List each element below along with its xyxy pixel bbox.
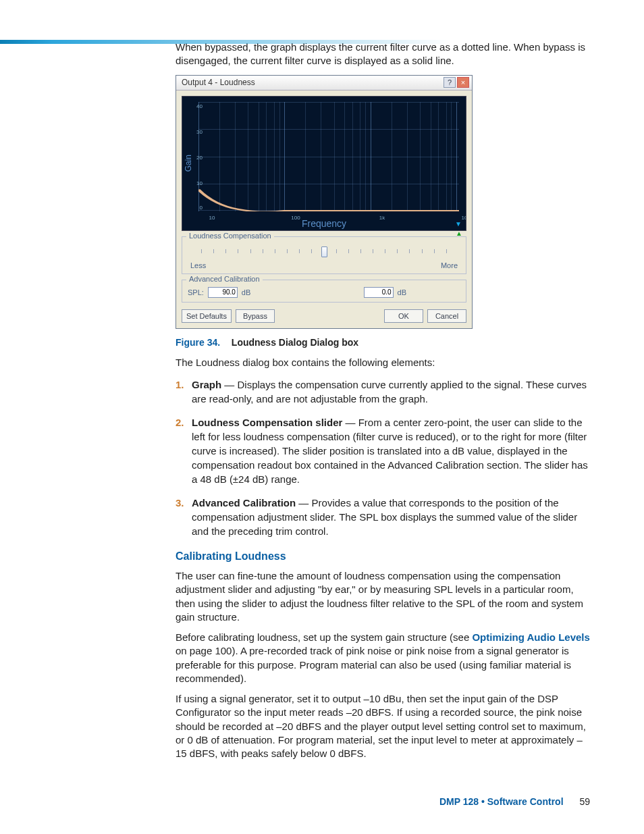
loudness-compensation-section: Loudness Compensation Less More xyxy=(182,236,466,274)
section-label: Loudness Compensation xyxy=(186,232,274,240)
footer-page-number: 59 xyxy=(579,796,590,807)
page-footer: DMP 128 • Software Control 59 xyxy=(439,796,590,807)
list-item: 1. Graph — Displays the compensation cur… xyxy=(176,377,590,406)
y-tick: 0 xyxy=(192,205,203,211)
y-tick: 30 xyxy=(192,129,203,135)
footer-section: DMP 128 • Software Control xyxy=(439,796,564,807)
list-item: 3. Advanced Calibration — Provides a val… xyxy=(176,496,590,538)
spl-label: SPL: xyxy=(188,288,204,296)
loudness-dialog: Output 4 - Loudness ? × Gain xyxy=(176,75,473,329)
slider-thumb[interactable] xyxy=(321,246,327,257)
slider-more-label: More xyxy=(441,261,458,269)
page-accent-bar xyxy=(0,40,644,44)
calibration-paragraph-2: Before calibrating loudness, set up the … xyxy=(176,631,590,685)
db-unit: dB xyxy=(398,288,406,296)
close-icon[interactable]: × xyxy=(457,77,469,88)
calibration-paragraph-1: The user can fine-tune the amount of lou… xyxy=(176,569,590,624)
list-number: 1. xyxy=(176,377,192,406)
optimizing-audio-levels-link[interactable]: Optimizing Audio Levels xyxy=(472,631,589,643)
spl-input[interactable] xyxy=(208,287,238,298)
y-tick: 10 xyxy=(192,180,203,186)
spl-unit: dB xyxy=(242,288,250,296)
list-number: 2. xyxy=(176,415,192,486)
dialog-title: Output 4 - Loudness xyxy=(179,78,442,87)
heading-calibrating-loudness: Calibrating Loudness xyxy=(176,550,590,563)
loudness-chart: Gain xyxy=(182,96,466,231)
help-icon[interactable]: ? xyxy=(444,77,456,88)
ok-button[interactable]: OK xyxy=(384,309,423,323)
list-item: 2. Loudness Compensation slider — From a… xyxy=(176,415,590,486)
intro-paragraph: When bypassed, the graph displays the cu… xyxy=(176,41,590,68)
calibration-paragraph-3: If using a signal generator, set it to o… xyxy=(176,692,590,760)
advanced-calibration-section: Advanced Calibration SPL: dB dB xyxy=(182,280,466,303)
chart-x-axis-label: Frequency xyxy=(182,218,466,229)
y-tick: 40 xyxy=(192,103,203,109)
list-number: 3. xyxy=(176,496,192,538)
figure-title: Loudness Dialog Dialog box xyxy=(232,337,358,348)
loudness-slider[interactable] xyxy=(201,248,447,260)
set-defaults-button[interactable]: Set Defaults xyxy=(182,309,232,323)
list-term: Graph xyxy=(192,379,221,390)
chevron-down-icon[interactable]: ▼ xyxy=(455,220,462,228)
list-term: Advanced Calibration xyxy=(192,497,296,509)
dialog-titlebar: Output 4 - Loudness ? × xyxy=(176,76,472,90)
figure-number: Figure 34. xyxy=(176,337,220,348)
list-body: — Displays the compensation curve curren… xyxy=(192,379,587,405)
list-term: Loudness Compensation slider xyxy=(192,417,342,428)
lead-paragraph: The Loudness dialog box contains the fol… xyxy=(176,356,590,369)
figure-caption: Figure 34. Loudness Dialog Dialog box xyxy=(176,336,590,349)
db-readout xyxy=(364,287,394,298)
section-label: Advanced Calibration xyxy=(186,275,263,283)
cancel-button[interactable]: Cancel xyxy=(427,309,466,323)
y-tick: 20 xyxy=(192,155,203,161)
bypass-button[interactable]: Bypass xyxy=(236,309,275,323)
slider-less-label: Less xyxy=(190,261,206,269)
